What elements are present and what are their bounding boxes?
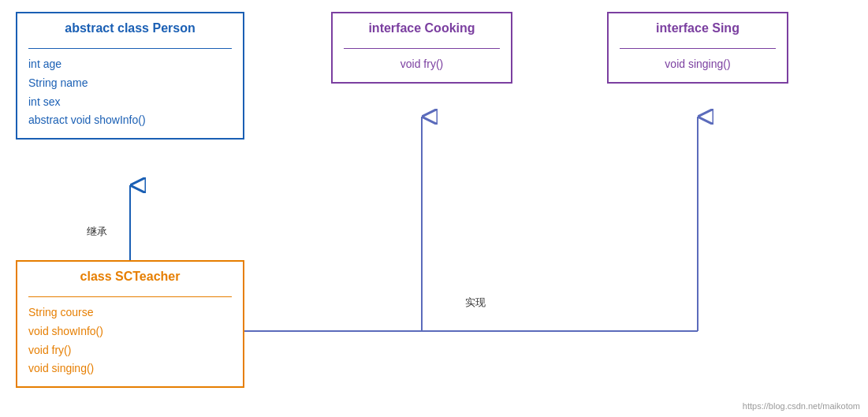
sing-member-1: void singing() [620, 55, 776, 74]
diagram-container: abstract class Person int age String nam… [0, 0, 868, 417]
teacher-member-1: String course [28, 303, 232, 322]
cooking-divider [344, 48, 500, 49]
cooking-members: void fry() [344, 55, 500, 74]
cooking-title: interface Cooking [344, 21, 500, 42]
person-title: abstract class Person [28, 21, 232, 42]
teacher-divider [28, 296, 232, 297]
watermark: https://blog.csdn.net/maikotom [743, 401, 860, 411]
box-teacher: class SCTeacher String course void showI… [16, 260, 244, 388]
box-sing: interface Sing void singing() [607, 12, 788, 84]
person-member-3: int sex [28, 93, 232, 112]
teacher-title: class SCTeacher [28, 270, 232, 290]
cooking-member-1: void fry() [344, 55, 500, 74]
person-members: int age String name int sex abstract voi… [28, 55, 232, 130]
sing-divider [620, 48, 776, 49]
person-member-1: int age [28, 55, 232, 74]
teacher-member-2: void showInfo() [28, 322, 232, 341]
label-implement: 实现 [465, 296, 486, 310]
label-inheritance: 继承 [87, 225, 107, 239]
teacher-member-3: void fry() [28, 341, 232, 360]
person-member-4: abstract void showInfo() [28, 111, 232, 130]
teacher-member-4: void singing() [28, 359, 232, 378]
person-member-2: String name [28, 74, 232, 93]
sing-title: interface Sing [620, 21, 776, 42]
box-cooking: interface Cooking void fry() [331, 12, 512, 84]
person-divider [28, 48, 232, 49]
sing-members: void singing() [620, 55, 776, 74]
teacher-members: String course void showInfo() void fry()… [28, 303, 232, 378]
box-person: abstract class Person int age String nam… [16, 12, 244, 140]
